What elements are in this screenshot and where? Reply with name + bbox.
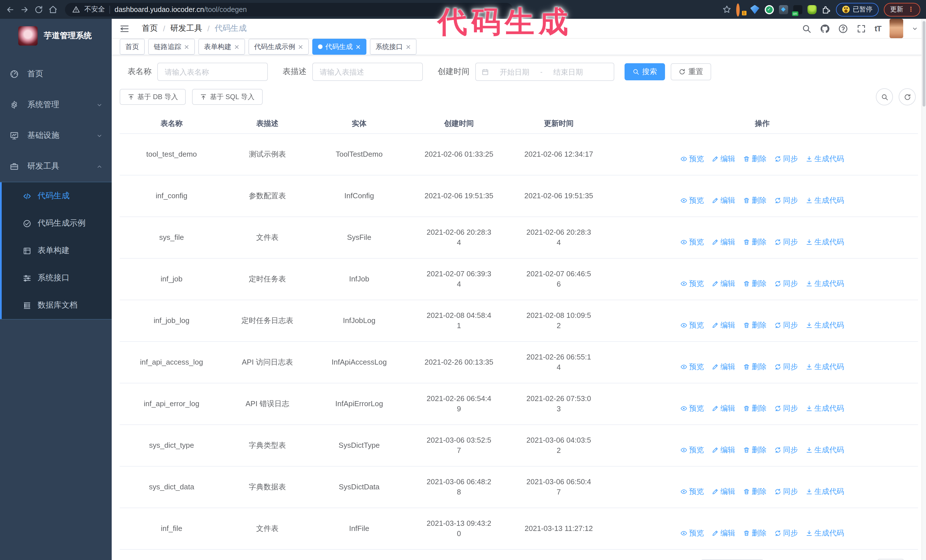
close-icon[interactable] [234, 44, 239, 49]
preview-link[interactable]: 预览 [681, 362, 704, 372]
reload-icon[interactable] [34, 5, 43, 14]
breadcrumb-home[interactable]: 首页 [142, 23, 158, 33]
sync-link[interactable]: 同步 [775, 362, 798, 372]
avatar-caret-icon[interactable] [912, 25, 918, 32]
page-scrollbar[interactable] [921, 19, 926, 560]
extension-gem-icon[interactable] [750, 5, 759, 14]
edit-link[interactable]: 编辑 [712, 403, 735, 414]
edit-link[interactable]: 编辑 [712, 237, 735, 247]
tab-system-api[interactable]: 系统接口 [370, 39, 416, 55]
preview-link[interactable]: 预览 [681, 279, 704, 289]
help-icon[interactable] [838, 24, 848, 33]
sidebar-item-system[interactable]: 系统管理 [0, 89, 112, 120]
delete-link[interactable]: 删除 [743, 154, 767, 164]
search-button[interactable]: 搜索 [625, 63, 665, 80]
tab-codegen[interactable]: 代码生成 [312, 39, 366, 55]
end-date-input[interactable] [546, 67, 590, 77]
fullscreen-icon[interactable] [856, 24, 866, 33]
delete-link[interactable]: 删除 [743, 528, 767, 538]
sync-link[interactable]: 同步 [775, 445, 798, 455]
import-db-button[interactable]: 基于 DB 导入 [120, 89, 186, 105]
collapse-sidebar-icon[interactable] [120, 24, 129, 33]
delete-link[interactable]: 删除 [743, 279, 767, 289]
home-icon[interactable] [48, 5, 57, 14]
generate-code-link[interactable]: 生成代码 [806, 486, 844, 497]
breadcrumb-devtools[interactable]: 研发工具 [170, 23, 202, 33]
sync-link[interactable]: 同步 [775, 320, 798, 331]
preview-link[interactable]: 预览 [681, 237, 704, 247]
reset-button[interactable]: 重置 [671, 63, 711, 80]
back-icon[interactable] [6, 5, 15, 14]
sync-link[interactable]: 同步 [775, 237, 798, 247]
sync-link[interactable]: 同步 [775, 486, 798, 497]
forward-icon[interactable] [20, 5, 29, 14]
sidebar-item-devtools[interactable]: 研发工具 [0, 151, 112, 182]
user-avatar[interactable] [890, 19, 903, 38]
sync-link[interactable]: 同步 [775, 154, 798, 164]
preview-link[interactable]: 预览 [681, 486, 704, 497]
generate-code-link[interactable]: 生成代码 [806, 154, 844, 164]
delete-link[interactable]: 删除 [743, 237, 767, 247]
edit-link[interactable]: 编辑 [712, 320, 735, 331]
sync-link[interactable]: 同步 [775, 403, 798, 414]
refresh-table-button[interactable] [899, 88, 916, 106]
search-icon[interactable] [802, 24, 811, 33]
extension-grid-icon[interactable] [779, 5, 788, 14]
sidebar-item-db-doc[interactable]: 数据库文档 [0, 292, 112, 319]
generate-code-link[interactable]: 生成代码 [806, 445, 844, 455]
extensions-puzzle-icon[interactable] [822, 5, 831, 14]
sidebar-item-codegen[interactable]: 代码生成 [0, 182, 112, 210]
close-icon[interactable] [184, 44, 189, 49]
delete-link[interactable]: 删除 [743, 195, 767, 206]
date-range-picker[interactable]: - [475, 63, 614, 81]
close-icon[interactable] [406, 44, 411, 49]
edit-link[interactable]: 编辑 [712, 486, 735, 497]
generate-code-link[interactable]: 生成代码 [806, 279, 844, 289]
sidebar-item-home[interactable]: 首页 [0, 59, 112, 89]
delete-link[interactable]: 删除 [743, 486, 767, 497]
extension-orange-icon[interactable]: 1 [736, 5, 745, 14]
update-button[interactable]: 更新⋮ [884, 3, 920, 16]
edit-link[interactable]: 编辑 [712, 195, 735, 206]
font-size-icon[interactable]: tT [875, 24, 881, 33]
table-desc-input[interactable] [319, 67, 416, 77]
generate-code-link[interactable]: 生成代码 [806, 362, 844, 372]
sidebar-logo[interactable]: 芋道管理系统 [0, 19, 112, 53]
start-date-input[interactable] [492, 67, 537, 77]
edit-link[interactable]: 编辑 [712, 528, 735, 538]
generate-code-link[interactable]: 生成代码 [806, 237, 844, 247]
sidebar-item-system-api[interactable]: 系统接口 [0, 264, 112, 292]
toggle-search-button[interactable] [876, 88, 893, 106]
address-bar[interactable]: 不安全 dashboard.yudao.iocoder.cn/tool/code… [65, 3, 513, 16]
paused-badge[interactable]: 已暂停 [836, 3, 879, 16]
tab-tracing[interactable]: 链路追踪 [148, 39, 195, 55]
generate-code-link[interactable]: 生成代码 [806, 403, 844, 414]
import-sql-button[interactable]: 基于 SQL 导入 [192, 89, 262, 105]
github-icon[interactable] [820, 24, 830, 33]
close-icon[interactable] [356, 44, 361, 49]
sidebar-item-form-builder[interactable]: 表单构建 [0, 237, 112, 264]
preview-link[interactable]: 预览 [681, 154, 704, 164]
tab-form-builder[interactable]: 表单构建 [198, 39, 245, 55]
edit-link[interactable]: 编辑 [712, 445, 735, 455]
preview-link[interactable]: 预览 [681, 403, 704, 414]
tab-codegen-example[interactable]: 代码生成示例 [248, 39, 309, 55]
sync-link[interactable]: 同步 [775, 279, 798, 289]
generate-code-link[interactable]: 生成代码 [806, 320, 844, 331]
edit-link[interactable]: 编辑 [712, 362, 735, 372]
delete-link[interactable]: 删除 [743, 320, 767, 331]
edit-link[interactable]: 编辑 [712, 279, 735, 289]
preview-link[interactable]: 预览 [681, 528, 704, 538]
delete-link[interactable]: 删除 [743, 445, 767, 455]
preview-link[interactable]: 预览 [681, 320, 704, 331]
close-icon[interactable] [298, 44, 303, 49]
tab-home[interactable]: 首页 [120, 39, 145, 55]
sidebar-item-infra[interactable]: 基础设施 [0, 120, 112, 151]
extension-dark-icon[interactable]: on [793, 5, 802, 14]
table-name-input[interactable] [163, 67, 262, 77]
sync-link[interactable]: 同步 [775, 195, 798, 206]
edit-link[interactable]: 编辑 [712, 154, 735, 164]
delete-link[interactable]: 删除 [743, 403, 767, 414]
delete-link[interactable]: 删除 [743, 362, 767, 372]
generate-code-link[interactable]: 生成代码 [806, 195, 844, 206]
